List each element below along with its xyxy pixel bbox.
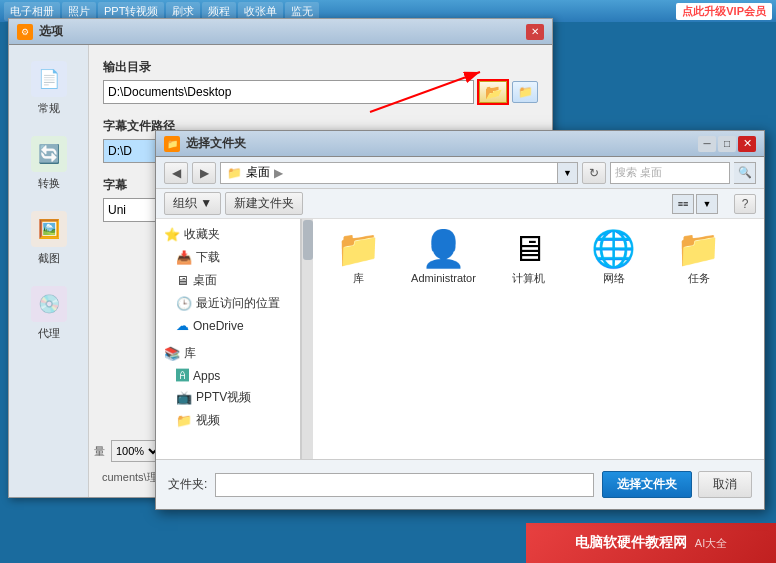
options-title: 选项 <box>39 23 526 40</box>
computer-filename: 计算机 <box>512 271 545 285</box>
tree-item-library[interactable]: 📚 库 <box>156 342 300 365</box>
desktop-label: 桌面 <box>193 272 217 289</box>
library-filename: 库 <box>353 271 364 285</box>
apps-folder-icon: 🅰 <box>176 368 189 383</box>
path-arrow: ▶ <box>274 166 283 180</box>
sidebar-item-convert[interactable]: 🔄 转换 <box>14 130 84 197</box>
organize-label: 组织 ▼ <box>173 195 212 212</box>
recent-label: 最近访问的位置 <box>196 295 280 312</box>
file-item-computer[interactable]: 🖥 计算机 <box>491 227 566 289</box>
search-button[interactable]: 🔍 <box>734 162 756 184</box>
sidebar-item-screenshot[interactable]: 🖼️ 截图 <box>14 205 84 272</box>
file-toolbar2: 组织 ▼ 新建文件夹 ≡≡ ▼ ? <box>156 189 764 219</box>
view-list-button[interactable]: ≡≡ <box>672 194 694 214</box>
output-dir-row: 📂 📁 <box>103 80 538 104</box>
favorites-icon: ⭐ <box>164 227 180 242</box>
onedrive-icon: ☁ <box>176 318 189 333</box>
file-content: 📁 库 👤 Administrator 🖥 计算机 🌐 网络 📁 任务 <box>313 219 764 459</box>
progress-area: 量 100% <box>94 440 162 462</box>
output-dir-group: 输出目录 📂 📁 <box>103 59 538 104</box>
sidebar-label-screenshot: 截图 <box>38 251 60 266</box>
help-button[interactable]: ? <box>734 194 756 214</box>
options-sidebar: 📄 常规 🔄 转换 🖼️ 截图 💿 代理 <box>9 45 89 497</box>
file-dialog-close-button[interactable]: ✕ <box>738 136 756 152</box>
library-label: 库 <box>184 345 196 362</box>
administrator-icon: 👤 <box>421 231 466 267</box>
tree-item-favorites: ⭐ 收藏夹 <box>156 223 300 246</box>
organize-button[interactable]: 组织 ▼ <box>164 192 221 215</box>
vip-badge[interactable]: 点此升级VIP会员 <box>676 3 772 20</box>
new-folder-button[interactable]: 新建文件夹 <box>225 192 303 215</box>
search-placeholder: 搜索 桌面 <box>615 165 662 180</box>
output-dir-input[interactable] <box>103 80 474 104</box>
task-folder-icon: 📁 <box>676 231 721 267</box>
tree-scrollbar[interactable] <box>301 219 313 459</box>
path-combo[interactable]: 📁 桌面 ▶ <box>220 162 558 184</box>
general-icon: 📄 <box>31 61 67 97</box>
cancel-button[interactable]: 取消 <box>698 471 752 498</box>
video-folder-icon: 📁 <box>176 413 192 428</box>
screenshot-icon: 🖼️ <box>31 211 67 247</box>
apps-label: Apps <box>193 369 220 383</box>
folder-small-icon: 📁 <box>518 85 533 99</box>
pptv-folder-icon: 📺 <box>176 390 192 405</box>
tree-scrollbar-thumb[interactable] <box>303 220 313 260</box>
options-close-button[interactable]: ✕ <box>526 24 544 40</box>
tree-item-onedrive[interactable]: ☁ OneDrive <box>156 315 300 336</box>
desktop-folder-icon: 🖥 <box>176 273 189 288</box>
nav-forward-button[interactable]: ▶ <box>192 162 216 184</box>
tree-item-download[interactable]: 📥 下载 <box>156 246 300 269</box>
download-label: 下载 <box>196 249 220 266</box>
network-filename: 网络 <box>603 271 625 285</box>
file-toolbar: ◀ ▶ 📁 桌面 ▶ ▼ ↻ 搜索 桌面 🔍 <box>156 157 764 189</box>
view-detail-button[interactable]: ▼ <box>696 194 718 214</box>
sidebar-item-proxy[interactable]: 💿 代理 <box>14 280 84 347</box>
select-folder-button[interactable]: 选择文件夹 <box>602 471 692 498</box>
refresh-button[interactable]: ↻ <box>582 162 606 184</box>
tree-item-desktop[interactable]: 🖥 桌面 <box>156 269 300 292</box>
options-titlebar: ⚙ 选项 ✕ <box>9 19 552 45</box>
sidebar-label-convert: 转换 <box>38 176 60 191</box>
search-box[interactable]: 搜索 桌面 <box>610 162 730 184</box>
file-footer: 文件夹: 选择文件夹 取消 <box>156 459 764 509</box>
library-icon: 📁 <box>336 231 381 267</box>
path-folder-icon: 📁 <box>227 166 242 180</box>
footer-buttons: 选择文件夹 取消 <box>602 471 752 498</box>
output-folder-small-button[interactable]: 📁 <box>512 81 538 103</box>
file-dialog-titlebar: 📁 选择文件夹 ─ □ ✕ <box>156 131 764 157</box>
file-item-library[interactable]: 📁 库 <box>321 227 396 289</box>
video-label: 视频 <box>196 412 220 429</box>
tree-item-recent[interactable]: 🕒 最近访问的位置 <box>156 292 300 315</box>
file-item-administrator[interactable]: 👤 Administrator <box>406 227 481 289</box>
view-buttons: ≡≡ ▼ <box>672 194 718 214</box>
output-folder-button[interactable]: 📂 <box>478 80 508 104</box>
file-dialog-title: 选择文件夹 <box>186 135 698 152</box>
sidebar-label-general: 常规 <box>38 101 60 116</box>
nav-back-button[interactable]: ◀ <box>164 162 188 184</box>
download-folder-icon: 📥 <box>176 250 192 265</box>
sidebar-label-proxy: 代理 <box>38 326 60 341</box>
tree-item-video[interactable]: 📁 视频 <box>156 409 300 432</box>
recent-icon: 🕒 <box>176 296 192 311</box>
administrator-filename: Administrator <box>411 271 476 285</box>
tree-item-apps[interactable]: 🅰 Apps <box>156 365 300 386</box>
file-item-task[interactable]: 📁 任务 <box>661 227 736 289</box>
file-main: ⭐ 收藏夹 📥 下载 🖥 桌面 🕒 最近访问的位置 ☁ OneDrive 📚 <box>156 219 764 459</box>
file-dialog-max-button[interactable]: □ <box>718 136 736 152</box>
folder-open-icon: 📂 <box>485 84 502 100</box>
computer-icon: 🖥 <box>511 231 547 267</box>
library-folder-icon: 📚 <box>164 346 180 361</box>
onedrive-label: OneDrive <box>193 319 244 333</box>
filename-input[interactable] <box>215 473 594 497</box>
convert-icon: 🔄 <box>31 136 67 172</box>
sidebar-item-general[interactable]: 📄 常规 <box>14 55 84 122</box>
file-item-network[interactable]: 🌐 网络 <box>576 227 651 289</box>
file-dialog-min-button[interactable]: ─ <box>698 136 716 152</box>
network-icon: 🌐 <box>591 231 636 267</box>
path-combo-dropdown[interactable]: ▼ <box>558 162 578 184</box>
file-dialog: 📁 选择文件夹 ─ □ ✕ ◀ ▶ 📁 桌面 ▶ ▼ ↻ 搜索 桌面 🔍 组织 … <box>155 130 765 510</box>
output-dir-label: 输出目录 <box>103 59 538 76</box>
current-path-text: 桌面 <box>246 164 270 181</box>
filename-label: 文件夹: <box>168 476 207 493</box>
tree-item-pptv[interactable]: 📺 PPTV视频 <box>156 386 300 409</box>
